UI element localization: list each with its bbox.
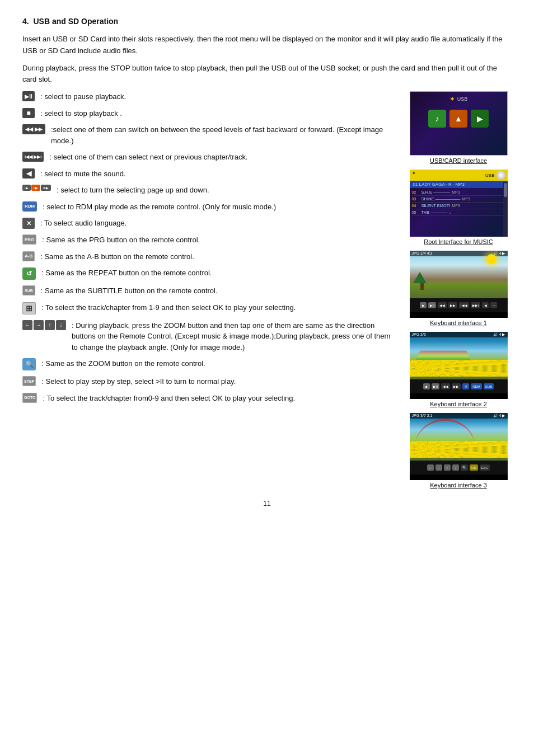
section-heading: 4. USB and SD Operation	[22, 17, 512, 26]
tree-icon	[418, 272, 427, 290]
list-item: I◀◀▶▶I : select one of them can select n…	[22, 152, 394, 163]
main-layout: ▶II : select to pause playback. ■ : sele…	[22, 91, 512, 489]
tree-trunk	[420, 283, 424, 290]
goto-icon: GOTO	[22, 393, 37, 403]
ff-fb-text: :select one of them can switch on betwee…	[51, 124, 394, 146]
kbd2-landscape: JPG 2/6 🔊 4 ▶	[410, 332, 508, 379]
kbd-btn: ESC	[480, 464, 490, 471]
intro-paragraph-2: During playback, press the STOP button t…	[22, 63, 512, 86]
kbd3-bottom-bar: ← → ↑ ↓ 🔍 OK ESC	[410, 461, 508, 475]
field-flowers2	[410, 441, 508, 458]
music-icon: ♪	[428, 110, 446, 128]
repeat-icon-box: ↺	[22, 267, 36, 280]
zoom-arrows-icon-box: ← → ↑ ↓	[22, 320, 66, 330]
zoom-arrows-icon: ← → ↑ ↓	[22, 320, 66, 330]
kbd1-screen-img: JPG 1/4 4:3 🔊 4 ▶ ■ ▶II ◀◀ ▶▶ I◀◀ ▶▶I	[410, 251, 508, 318]
list-item: ◀◀▶▶ :select one of them can switch on b…	[22, 124, 394, 146]
zoom-arrows-text: : During playback, press the ZOOM button…	[72, 320, 394, 353]
step-icon-box: STEP	[22, 376, 36, 386]
intro-paragraph-1: Insert an USB or SD Card into their slot…	[22, 34, 512, 57]
kbd-btn: ▶II	[432, 383, 439, 389]
subtitle-icon-box: SUB	[22, 285, 35, 295]
kbd3-screenshot: JPG 3/7 2:1 🔊 4 ▶ ← → ↑ ↓ 🔍 OK ESC	[410, 413, 508, 489]
kbd-btn: SUB	[484, 383, 494, 389]
left-arrow-icon: ←	[22, 320, 32, 330]
usb-icons-row: ♪ ▲ ▶	[428, 110, 489, 128]
audio-lang-icon-box: ✕	[22, 218, 35, 229]
root-scrollbar	[503, 182, 508, 237]
grid-text: : To select the track/chapter from 1-9 a…	[41, 302, 296, 313]
mute-text: : select to mute the sound.	[40, 168, 125, 180]
kbd-btn: ◀◀	[441, 383, 450, 389]
stop-icon-box: ■	[22, 108, 35, 118]
kbd1-bottom-bar: ■ ▶II ◀◀ ▶▶ I◀◀ ▶▶I ◀ →	[410, 298, 508, 312]
prg-icon: PRG	[22, 234, 36, 245]
cd-disc-icon	[496, 171, 505, 180]
list-item: 🔍 : Same as the ZOOM button on the remot…	[22, 358, 394, 370]
list-item: GOTO : To select the track/chapter from0…	[22, 393, 394, 404]
usb-title-bar: ✦ USB	[449, 95, 468, 103]
mute-icon: ◀	[22, 168, 35, 179]
kbd2-bottom-bar: ■ ▶II ◀◀ ▶▶ ↺ RDM SUB	[410, 379, 508, 393]
audio-lang-icon: ✕	[22, 218, 35, 229]
root-track-list: 02S.H.E ————MP3 03SHINE ——————MP3 04SILE…	[410, 188, 508, 217]
prg-text: : Same as the PRG button on the remote c…	[42, 234, 200, 246]
kbd-btn: OK	[470, 464, 478, 471]
root-music-screen-img: ✦ USB 01 LADY GAGA · R · MP3 02S.H.E ———…	[410, 170, 508, 237]
track-item: 04SILENT EMOTIMP3	[412, 203, 505, 209]
rdm-icon-box: RDM	[22, 201, 37, 212]
kbd-btn: →	[435, 464, 442, 471]
track-item: 03SHINE ——————MP3	[412, 196, 505, 203]
kbd3-landscape: JPG 3/7 2:1 🔊 4 ▶	[410, 413, 508, 461]
field-flowers	[410, 360, 508, 377]
zoom-icon-box: 🔍	[22, 358, 36, 370]
root-top-bar: ✦ USB	[410, 170, 508, 181]
kbd3-caption: Keyboard interface 3	[410, 482, 508, 489]
list-item: RDM : select to RDM play mode as the rem…	[22, 201, 394, 213]
kbd-btn: ▶▶	[448, 302, 457, 308]
step-text: : Select to play step by step, select >I…	[41, 376, 236, 387]
ab-icon: A-B	[22, 251, 35, 261]
ab-text: : Same as the A-B button on the remote c…	[40, 251, 194, 262]
kbd-btn: ↑	[444, 464, 451, 471]
kbd-btn: RDM	[471, 383, 482, 389]
repeat-icon: ↺	[22, 267, 36, 280]
track-item: 05TVB ————↓	[412, 209, 505, 216]
kbd-btn: ↓	[452, 464, 459, 471]
page-turn-text: : select to turn the selecting page up a…	[57, 185, 209, 196]
page-turn-icon-box: I▶ II▶ III▶	[22, 185, 51, 191]
list-item: A-B : Same as the A-B button on the remo…	[22, 251, 394, 262]
list-item: ▶II : select to pause playback.	[22, 91, 394, 102]
stop-text: : select to stop playback .	[40, 108, 122, 119]
kbd-btn: ▶▶	[452, 383, 461, 389]
kbd-btn: 🔍	[461, 464, 468, 471]
kbd3-top-bar: JPG 3/7 2:1 🔊 4 ▶	[410, 413, 508, 419]
next-prev-icon-box: I◀◀▶▶I	[22, 152, 44, 162]
pause-icon: ▶II	[22, 91, 35, 101]
audio-lang-text: : To select audio language.	[40, 218, 127, 229]
prg-icon-box: PRG	[22, 234, 36, 245]
kbd-btn: ◀◀	[438, 302, 447, 308]
pause-icon-box: ▶II	[22, 91, 35, 101]
list-item: ✕ : To select audio language.	[22, 218, 394, 229]
up-arrow-icon: ↑	[45, 320, 55, 330]
usb-card-screen-img: ✦ USB ♪ ▲ ▶	[410, 91, 508, 156]
kbd-btn: ←	[427, 464, 434, 471]
zoom-icon: 🔍	[22, 358, 36, 370]
track-item: 02S.H.E ————MP3	[412, 189, 505, 196]
ff-fb-icon-box: ◀◀▶▶	[22, 124, 45, 134]
usb-card-caption: USB/CARD interface	[410, 157, 508, 164]
scroll-thumb	[504, 183, 507, 197]
usb-card-screenshot: ✦ USB ♪ ▲ ▶ USB/CARD interface	[410, 91, 508, 164]
kbd-btn: I◀◀	[459, 302, 469, 308]
list-item: STEP : Select to play step by step, sele…	[22, 376, 394, 387]
sun-icon	[486, 254, 496, 264]
kbd2-top-bar: JPG 2/6 🔊 4 ▶	[410, 332, 508, 337]
root-music-screenshot: ✦ USB 01 LADY GAGA · R · MP3 02S.H.E ———…	[410, 170, 508, 245]
list-item: ↺ : Same as the REPEAT button on the rem…	[22, 267, 394, 280]
goto-icon-box: GOTO	[22, 393, 37, 403]
list-item: ■ : select to stop playback .	[22, 108, 394, 119]
kbd1-screenshot: JPG 1/4 4:3 🔊 4 ▶ ■ ▶II ◀◀ ▶▶ I◀◀ ▶▶I	[410, 251, 508, 326]
subtitle-icon: SUB	[22, 285, 35, 295]
kbd-btn: ■	[420, 302, 427, 308]
